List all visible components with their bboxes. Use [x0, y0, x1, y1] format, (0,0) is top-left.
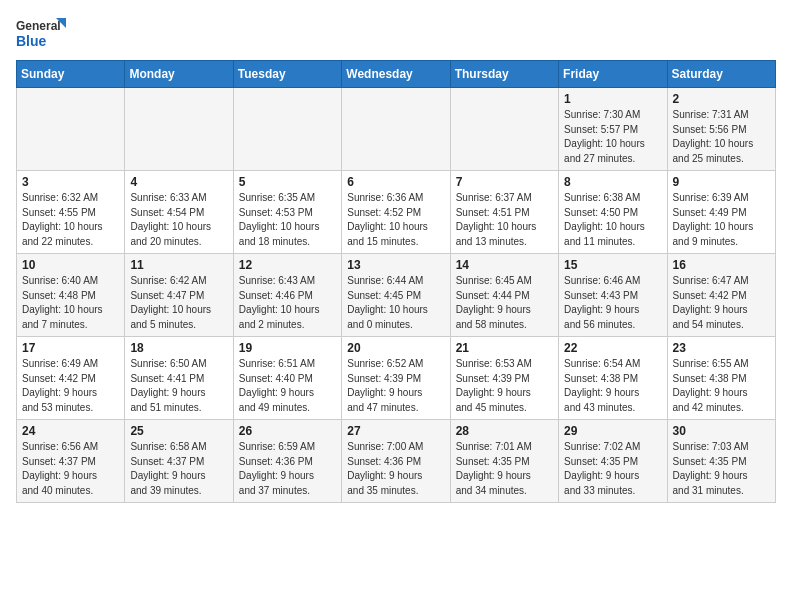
- calendar-cell: 4Sunrise: 6:33 AM Sunset: 4:54 PM Daylig…: [125, 171, 233, 254]
- calendar-cell: 17Sunrise: 6:49 AM Sunset: 4:42 PM Dayli…: [17, 337, 125, 420]
- day-info: Sunrise: 6:55 AM Sunset: 4:38 PM Dayligh…: [673, 357, 770, 415]
- calendar-cell: 2Sunrise: 7:31 AM Sunset: 5:56 PM Daylig…: [667, 88, 775, 171]
- calendar-week-row: 3Sunrise: 6:32 AM Sunset: 4:55 PM Daylig…: [17, 171, 776, 254]
- calendar-cell: 29Sunrise: 7:02 AM Sunset: 4:35 PM Dayli…: [559, 420, 667, 503]
- day-number: 30: [673, 424, 770, 438]
- calendar-cell: 8Sunrise: 6:38 AM Sunset: 4:50 PM Daylig…: [559, 171, 667, 254]
- calendar-cell: [125, 88, 233, 171]
- day-number: 6: [347, 175, 444, 189]
- svg-text:Blue: Blue: [16, 33, 47, 49]
- calendar-week-row: 10Sunrise: 6:40 AM Sunset: 4:48 PM Dayli…: [17, 254, 776, 337]
- calendar-cell: [17, 88, 125, 171]
- day-number: 25: [130, 424, 227, 438]
- weekday-header-friday: Friday: [559, 61, 667, 88]
- calendar-cell: 28Sunrise: 7:01 AM Sunset: 4:35 PM Dayli…: [450, 420, 558, 503]
- calendar-cell: 6Sunrise: 6:36 AM Sunset: 4:52 PM Daylig…: [342, 171, 450, 254]
- day-number: 28: [456, 424, 553, 438]
- calendar-cell: 10Sunrise: 6:40 AM Sunset: 4:48 PM Dayli…: [17, 254, 125, 337]
- day-info: Sunrise: 7:31 AM Sunset: 5:56 PM Dayligh…: [673, 108, 770, 166]
- calendar-cell: 3Sunrise: 6:32 AM Sunset: 4:55 PM Daylig…: [17, 171, 125, 254]
- day-info: Sunrise: 6:33 AM Sunset: 4:54 PM Dayligh…: [130, 191, 227, 249]
- calendar-cell: 30Sunrise: 7:03 AM Sunset: 4:35 PM Dayli…: [667, 420, 775, 503]
- day-info: Sunrise: 6:44 AM Sunset: 4:45 PM Dayligh…: [347, 274, 444, 332]
- day-info: Sunrise: 7:03 AM Sunset: 4:35 PM Dayligh…: [673, 440, 770, 498]
- day-info: Sunrise: 7:00 AM Sunset: 4:36 PM Dayligh…: [347, 440, 444, 498]
- day-number: 2: [673, 92, 770, 106]
- weekday-header-wednesday: Wednesday: [342, 61, 450, 88]
- day-info: Sunrise: 6:46 AM Sunset: 4:43 PM Dayligh…: [564, 274, 661, 332]
- day-info: Sunrise: 6:43 AM Sunset: 4:46 PM Dayligh…: [239, 274, 336, 332]
- day-number: 7: [456, 175, 553, 189]
- day-info: Sunrise: 6:53 AM Sunset: 4:39 PM Dayligh…: [456, 357, 553, 415]
- weekday-header-row: SundayMondayTuesdayWednesdayThursdayFrid…: [17, 61, 776, 88]
- weekday-header-saturday: Saturday: [667, 61, 775, 88]
- day-info: Sunrise: 6:52 AM Sunset: 4:39 PM Dayligh…: [347, 357, 444, 415]
- day-number: 10: [22, 258, 119, 272]
- calendar-cell: [450, 88, 558, 171]
- calendar-cell: 18Sunrise: 6:50 AM Sunset: 4:41 PM Dayli…: [125, 337, 233, 420]
- calendar-cell: 19Sunrise: 6:51 AM Sunset: 4:40 PM Dayli…: [233, 337, 341, 420]
- calendar-cell: 22Sunrise: 6:54 AM Sunset: 4:38 PM Dayli…: [559, 337, 667, 420]
- day-info: Sunrise: 6:37 AM Sunset: 4:51 PM Dayligh…: [456, 191, 553, 249]
- day-number: 24: [22, 424, 119, 438]
- day-number: 23: [673, 341, 770, 355]
- logo-svg: GeneralBlue: [16, 16, 66, 52]
- page-header: GeneralBlue: [16, 16, 776, 52]
- weekday-header-tuesday: Tuesday: [233, 61, 341, 88]
- calendar-cell: 23Sunrise: 6:55 AM Sunset: 4:38 PM Dayli…: [667, 337, 775, 420]
- day-number: 16: [673, 258, 770, 272]
- calendar-cell: 15Sunrise: 6:46 AM Sunset: 4:43 PM Dayli…: [559, 254, 667, 337]
- calendar-week-row: 24Sunrise: 6:56 AM Sunset: 4:37 PM Dayli…: [17, 420, 776, 503]
- day-number: 15: [564, 258, 661, 272]
- day-info: Sunrise: 6:59 AM Sunset: 4:36 PM Dayligh…: [239, 440, 336, 498]
- calendar-cell: 5Sunrise: 6:35 AM Sunset: 4:53 PM Daylig…: [233, 171, 341, 254]
- day-info: Sunrise: 6:36 AM Sunset: 4:52 PM Dayligh…: [347, 191, 444, 249]
- calendar-cell: 12Sunrise: 6:43 AM Sunset: 4:46 PM Dayli…: [233, 254, 341, 337]
- day-info: Sunrise: 6:32 AM Sunset: 4:55 PM Dayligh…: [22, 191, 119, 249]
- day-number: 19: [239, 341, 336, 355]
- calendar-cell: [342, 88, 450, 171]
- day-number: 4: [130, 175, 227, 189]
- calendar-cell: 1Sunrise: 7:30 AM Sunset: 5:57 PM Daylig…: [559, 88, 667, 171]
- day-info: Sunrise: 6:58 AM Sunset: 4:37 PM Dayligh…: [130, 440, 227, 498]
- calendar-cell: [233, 88, 341, 171]
- day-info: Sunrise: 6:47 AM Sunset: 4:42 PM Dayligh…: [673, 274, 770, 332]
- day-number: 26: [239, 424, 336, 438]
- weekday-header-sunday: Sunday: [17, 61, 125, 88]
- day-info: Sunrise: 6:42 AM Sunset: 4:47 PM Dayligh…: [130, 274, 227, 332]
- day-info: Sunrise: 6:45 AM Sunset: 4:44 PM Dayligh…: [456, 274, 553, 332]
- day-number: 9: [673, 175, 770, 189]
- day-info: Sunrise: 7:01 AM Sunset: 4:35 PM Dayligh…: [456, 440, 553, 498]
- day-info: Sunrise: 7:02 AM Sunset: 4:35 PM Dayligh…: [564, 440, 661, 498]
- day-info: Sunrise: 7:30 AM Sunset: 5:57 PM Dayligh…: [564, 108, 661, 166]
- calendar-week-row: 1Sunrise: 7:30 AM Sunset: 5:57 PM Daylig…: [17, 88, 776, 171]
- day-number: 20: [347, 341, 444, 355]
- day-number: 8: [564, 175, 661, 189]
- day-number: 3: [22, 175, 119, 189]
- day-number: 14: [456, 258, 553, 272]
- day-info: Sunrise: 6:49 AM Sunset: 4:42 PM Dayligh…: [22, 357, 119, 415]
- day-number: 11: [130, 258, 227, 272]
- day-info: Sunrise: 6:38 AM Sunset: 4:50 PM Dayligh…: [564, 191, 661, 249]
- weekday-header-monday: Monday: [125, 61, 233, 88]
- day-number: 29: [564, 424, 661, 438]
- day-number: 22: [564, 341, 661, 355]
- day-info: Sunrise: 6:56 AM Sunset: 4:37 PM Dayligh…: [22, 440, 119, 498]
- day-number: 21: [456, 341, 553, 355]
- day-number: 27: [347, 424, 444, 438]
- calendar-table: SundayMondayTuesdayWednesdayThursdayFrid…: [16, 60, 776, 503]
- svg-text:General: General: [16, 19, 61, 33]
- day-info: Sunrise: 6:54 AM Sunset: 4:38 PM Dayligh…: [564, 357, 661, 415]
- day-number: 18: [130, 341, 227, 355]
- logo: GeneralBlue: [16, 16, 66, 52]
- calendar-week-row: 17Sunrise: 6:49 AM Sunset: 4:42 PM Dayli…: [17, 337, 776, 420]
- day-number: 17: [22, 341, 119, 355]
- day-info: Sunrise: 6:35 AM Sunset: 4:53 PM Dayligh…: [239, 191, 336, 249]
- calendar-cell: 9Sunrise: 6:39 AM Sunset: 4:49 PM Daylig…: [667, 171, 775, 254]
- day-info: Sunrise: 6:50 AM Sunset: 4:41 PM Dayligh…: [130, 357, 227, 415]
- calendar-cell: 26Sunrise: 6:59 AM Sunset: 4:36 PM Dayli…: [233, 420, 341, 503]
- weekday-header-thursday: Thursday: [450, 61, 558, 88]
- day-number: 12: [239, 258, 336, 272]
- calendar-cell: 20Sunrise: 6:52 AM Sunset: 4:39 PM Dayli…: [342, 337, 450, 420]
- day-number: 13: [347, 258, 444, 272]
